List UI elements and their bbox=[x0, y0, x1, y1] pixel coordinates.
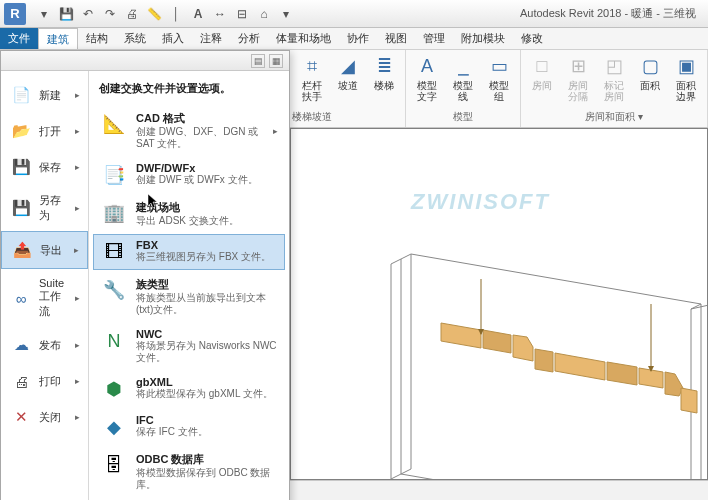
export-item-1[interactable]: 📑DWF/DWFx创建 DWF 或 DWFx 文件。 bbox=[93, 157, 285, 193]
file-item-icon: ∞ bbox=[9, 288, 33, 308]
ribbon-icon: ◢ bbox=[336, 54, 360, 78]
qat-text-icon[interactable]: A bbox=[190, 6, 206, 22]
menu-tab-4[interactable]: 插入 bbox=[154, 28, 192, 49]
file-item-label: 发布 bbox=[39, 338, 69, 353]
file-menu-body: 📄新建▸📂打开▸💾保存▸💾另存为▸📤导出▸∞Suite 工作流▸☁发布▸🖨打印▸… bbox=[1, 71, 289, 500]
file-menu-panel: 创建交换文件并设置选项。 📐CAD 格式创建 DWG、DXF、DGN 或 SAT… bbox=[89, 71, 289, 500]
menu-tab-9[interactable]: 视图 bbox=[377, 28, 415, 49]
chevron-right-icon: ▸ bbox=[75, 412, 80, 422]
ribbon-btn-1-0[interactable]: A模型 文字 bbox=[410, 52, 444, 104]
ribbon-label: 楼梯 bbox=[374, 80, 394, 91]
export-text: 族类型将族类型从当前族导出到文本(txt)文件。 bbox=[136, 277, 278, 316]
file-menu-item-0[interactable]: 📄新建▸ bbox=[1, 77, 88, 113]
file-menu-item-3[interactable]: 💾另存为▸ bbox=[1, 185, 88, 231]
export-text: CAD 格式创建 DWG、DXF、DGN 或 SAT 文件。 bbox=[136, 111, 265, 150]
file-item-label: 关闭 bbox=[39, 410, 69, 425]
qat-measure-icon[interactable]: 📏 bbox=[146, 6, 162, 22]
export-title: gbXML bbox=[136, 376, 278, 388]
ribbon-btn-0-4[interactable]: ≣楼梯 bbox=[367, 52, 401, 93]
export-item-2[interactable]: 🏢建筑场地导出 ADSK 交换文件。 bbox=[93, 195, 285, 232]
qat-3d-icon[interactable]: ⌂ bbox=[256, 6, 272, 22]
svg-line-0 bbox=[691, 305, 707, 309]
ribbon-icon: □ bbox=[530, 54, 554, 78]
export-text: gbXML将此模型保存为 gbXML 文件。 bbox=[136, 376, 278, 400]
ribbon-group-1: A模型 文字⎯模型 线▭模型 组模型 bbox=[406, 50, 521, 127]
menu-tab-0[interactable]: 文件 bbox=[0, 28, 38, 49]
3d-viewport[interactable]: ZWINISOFT bbox=[290, 128, 708, 480]
qat-print-icon[interactable]: 🖨 bbox=[124, 6, 140, 22]
export-icon: 🏢 bbox=[100, 200, 128, 226]
export-item-3[interactable]: 🎞FBX将三维视图另存为 FBX 文件。 bbox=[93, 234, 285, 270]
chevron-right-icon: ▸ bbox=[75, 203, 80, 213]
file-menu-header: ▤ ▦ bbox=[1, 51, 289, 71]
file-menu-item-8[interactable]: ✕关闭▸ bbox=[1, 399, 88, 435]
file-menu-item-2[interactable]: 💾保存▸ bbox=[1, 149, 88, 185]
qat-open-icon[interactable]: ▾ bbox=[36, 6, 52, 22]
chevron-right-icon: ▸ bbox=[273, 126, 278, 136]
export-icon: 📐 bbox=[100, 111, 128, 137]
qat-more-icon[interactable]: ▾ bbox=[278, 6, 294, 22]
recent-docs-icon[interactable]: ▤ bbox=[251, 54, 265, 68]
ribbon-btn-0-2[interactable]: ⌗栏杆扶手 bbox=[295, 52, 329, 104]
menu-tab-3[interactable]: 系统 bbox=[116, 28, 154, 49]
file-item-icon: 📄 bbox=[9, 85, 33, 105]
menu-tab-11[interactable]: 附加模块 bbox=[453, 28, 513, 49]
export-title: CAD 格式 bbox=[136, 111, 265, 126]
app-logo[interactable]: R bbox=[4, 3, 26, 25]
export-item-7[interactable]: ◆IFC保存 IFC 文件。 bbox=[93, 409, 285, 445]
file-item-icon: 📤 bbox=[10, 240, 34, 260]
file-item-label: Suite 工作流 bbox=[39, 277, 69, 319]
export-desc: 将模型数据保存到 ODBC 数据库。 bbox=[136, 467, 278, 491]
file-menu-item-7[interactable]: 🖨打印▸ bbox=[1, 363, 88, 399]
menu-tab-1[interactable]: 建筑 bbox=[38, 28, 78, 49]
file-item-icon: 💾 bbox=[9, 157, 33, 177]
qat-undo-icon[interactable]: ↶ bbox=[80, 6, 96, 22]
export-desc: 创建 DWF 或 DWFx 文件。 bbox=[136, 174, 278, 186]
chevron-right-icon: ▸ bbox=[74, 245, 79, 255]
ribbon-btn-0-3[interactable]: ◢坡道 bbox=[331, 52, 365, 93]
file-menu-sidebar: 📄新建▸📂打开▸💾保存▸💾另存为▸📤导出▸∞Suite 工作流▸☁发布▸🖨打印▸… bbox=[1, 71, 89, 500]
menu-tab-5[interactable]: 注释 bbox=[192, 28, 230, 49]
file-menu-item-1[interactable]: 📂打开▸ bbox=[1, 113, 88, 149]
ribbon-icon: ⊞ bbox=[566, 54, 590, 78]
ribbon-caption: 模型 bbox=[410, 109, 516, 125]
ribbon-icon: ▢ bbox=[638, 54, 662, 78]
menu-tab-10[interactable]: 管理 bbox=[415, 28, 453, 49]
export-item-6[interactable]: ⬢gbXML将此模型保存为 gbXML 文件。 bbox=[93, 371, 285, 407]
qat-save-icon[interactable]: 💾 bbox=[58, 6, 74, 22]
file-menu-item-5[interactable]: ∞Suite 工作流▸ bbox=[1, 269, 88, 327]
menu-tab-6[interactable]: 分析 bbox=[230, 28, 268, 49]
qat-redo-icon[interactable]: ↷ bbox=[102, 6, 118, 22]
file-menu-item-6[interactable]: ☁发布▸ bbox=[1, 327, 88, 363]
window-title: Autodesk Revit 2018 - 暖通 - 三维视 bbox=[520, 6, 696, 21]
qat-dim-icon[interactable]: ↔ bbox=[212, 6, 228, 22]
menu-tab-8[interactable]: 协作 bbox=[339, 28, 377, 49]
file-item-label: 导出 bbox=[40, 243, 68, 258]
file-menu-item-4[interactable]: 📤导出▸ bbox=[1, 231, 88, 269]
ribbon-btn-2-0: □房间 bbox=[525, 52, 559, 93]
export-item-8[interactable]: 🗄ODBC 数据库将模型数据保存到 ODBC 数据库。 bbox=[93, 447, 285, 496]
file-item-label: 打印 bbox=[39, 374, 69, 389]
file-item-label: 新建 bbox=[39, 88, 69, 103]
ribbon-btn-2-3[interactable]: ▢面积 bbox=[633, 52, 667, 93]
qat-section-icon[interactable]: ⊟ bbox=[234, 6, 250, 22]
menu-tab-2[interactable]: 结构 bbox=[78, 28, 116, 49]
ribbon-label: 面积 bbox=[640, 80, 660, 91]
ribbon-icon: ▭ bbox=[487, 54, 511, 78]
export-item-4[interactable]: 🔧族类型将族类型从当前族导出到文本(txt)文件。 bbox=[93, 272, 285, 321]
export-desc: 将族类型从当前族导出到文本(txt)文件。 bbox=[136, 292, 278, 316]
menu-tab-12[interactable]: 修改 bbox=[513, 28, 551, 49]
ribbon-btn-1-1[interactable]: ⎯模型 线 bbox=[446, 52, 480, 104]
ribbon-icon: ≣ bbox=[372, 54, 396, 78]
recent-places-icon[interactable]: ▦ bbox=[269, 54, 283, 68]
export-item-0[interactable]: 📐CAD 格式创建 DWG、DXF、DGN 或 SAT 文件。▸ bbox=[93, 106, 285, 155]
ribbon-btn-2-4[interactable]: ▣面积 边界 bbox=[669, 52, 703, 104]
export-desc: 创建 DWG、DXF、DGN 或 SAT 文件。 bbox=[136, 126, 265, 150]
ribbon-btn-1-2[interactable]: ▭模型 组 bbox=[482, 52, 516, 104]
menu-tab-7[interactable]: 体量和场地 bbox=[268, 28, 339, 49]
export-item-5[interactable]: NNWC将场景另存为 Navisworks NWC 文件。 bbox=[93, 323, 285, 369]
chevron-right-icon: ▸ bbox=[75, 90, 80, 100]
export-icon: 🔧 bbox=[100, 277, 128, 303]
export-icon: 🎞 bbox=[100, 239, 128, 265]
menu-bar: 文件建筑结构系统插入注释分析体量和场地协作视图管理附加模块修改 bbox=[0, 28, 708, 50]
